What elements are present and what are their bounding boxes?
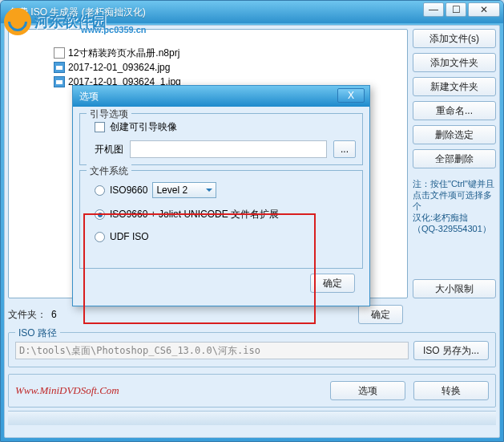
dialog-titlebar: 选项 X xyxy=(73,86,369,107)
website-link[interactable]: Www.MiniDVDSoft.Com xyxy=(15,384,119,397)
create-bootable-label: 创建可引导映像 xyxy=(110,120,177,134)
file-name: 2017-12-01_093624.jpg xyxy=(68,62,170,73)
filesystem-group: 文件系统 ISO9660 Level 2 ISO9660 + Joliet UN… xyxy=(79,170,363,269)
boot-options-group: 引导选项 创建可引导映像 开机图 ... xyxy=(79,113,363,165)
convert-button[interactable]: 转换 xyxy=(413,381,489,400)
window-title: 免费 ISO 生成器 (老朽痴拙汉化) xyxy=(9,6,146,19)
file-name: 12寸精装跨页水晶册.n8prj xyxy=(68,47,179,60)
create-bootable-checkbox[interactable] xyxy=(95,122,105,132)
iso9660-radio[interactable] xyxy=(95,185,105,196)
iso9660-label: ISO9660 xyxy=(110,185,147,196)
iso-save-as-button[interactable]: ISO 另存为... xyxy=(413,341,489,360)
joliet-radio[interactable] xyxy=(95,209,105,220)
add-folder-button[interactable]: 添加文件夹 xyxy=(413,53,496,72)
options-dialog: 选项 X 引导选项 创建可引导映像 开机图 ... 文件系统 ISO9660 L… xyxy=(72,85,370,306)
boot-image-input[interactable] xyxy=(130,140,327,158)
title-bar: 免费 ISO 生成器 (老朽痴拙汉化) — ☐ ✕ xyxy=(1,1,503,23)
size-limit-button[interactable]: 大小限制 xyxy=(413,279,496,298)
options-button[interactable]: 选项 xyxy=(330,381,405,400)
close-button[interactable]: ✕ xyxy=(468,2,500,17)
list-item[interactable]: 12寸精装跨页水晶册.n8prj xyxy=(54,46,401,60)
udf-label: UDF ISO xyxy=(110,231,149,242)
project-file-icon xyxy=(54,47,65,59)
add-files-button[interactable]: 添加文件(s) xyxy=(413,29,496,48)
browse-boot-button[interactable]: ... xyxy=(333,140,356,158)
delete-selected-button[interactable]: 删除选定 xyxy=(413,125,496,144)
folder-ok-button[interactable]: 确定 xyxy=(358,305,403,324)
status-bar xyxy=(8,411,496,425)
image-file-icon xyxy=(54,76,65,87)
boot-image-label: 开机图 xyxy=(95,143,123,156)
iso-path-legend: ISO 路径 xyxy=(15,326,60,340)
joliet-label: ISO9660 + Joliet UNICODE 文件名扩展 xyxy=(110,208,279,221)
dialog-close-button[interactable]: X xyxy=(337,88,365,103)
rename-button[interactable]: 重命名... xyxy=(413,101,496,120)
image-file-icon xyxy=(54,62,65,73)
folder-count: 6 xyxy=(51,309,57,320)
dialog-ok-button[interactable]: 确定 xyxy=(310,274,355,293)
new-folder-button[interactable]: 新建文件夹 xyxy=(413,77,496,96)
filesystem-legend: 文件系统 xyxy=(87,164,131,178)
dialog-title: 选项 xyxy=(79,90,99,103)
minimize-button[interactable]: — xyxy=(423,2,444,17)
delete-all-button[interactable]: 全部删除 xyxy=(413,149,496,168)
folder-label: 文件夹： xyxy=(8,308,46,322)
hint-text: 注：按住"Ctrl"键并且点击文件项可选择多个 汉化:老朽痴拙 （QQ-3295… xyxy=(413,178,496,234)
maximize-button[interactable]: ☐ xyxy=(446,2,466,17)
iso9660-level-select[interactable]: Level 2 xyxy=(152,182,216,198)
iso-path-input[interactable] xyxy=(15,342,409,359)
list-item[interactable]: 2017-12-01_093624.jpg xyxy=(54,60,401,75)
boot-legend: 引导选项 xyxy=(87,107,131,121)
udf-radio[interactable] xyxy=(95,232,105,242)
